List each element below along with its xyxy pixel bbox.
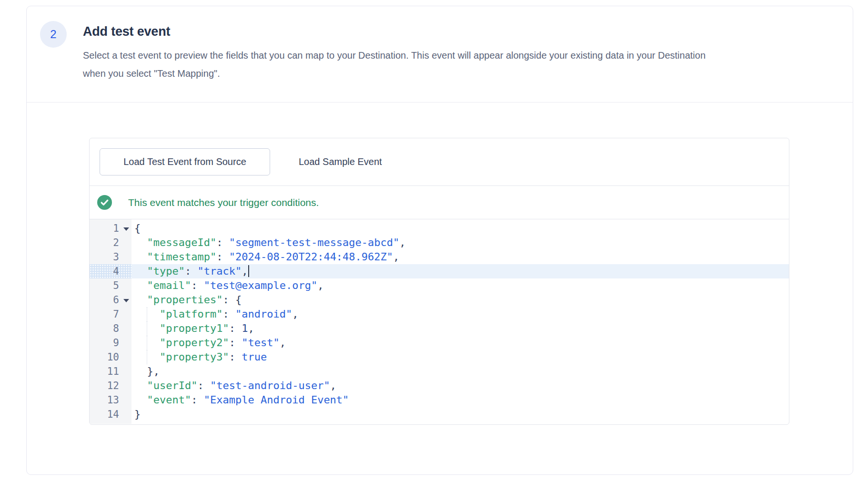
code-token: , xyxy=(393,251,399,263)
trigger-match-status: This event matches your trigger conditio… xyxy=(90,185,789,219)
code-line[interactable]: "platform": "android", xyxy=(131,307,789,321)
success-check-icon xyxy=(97,195,112,210)
code-line[interactable]: } xyxy=(131,407,789,422)
gutter-line: 2 xyxy=(90,236,131,250)
code-token: "segment-test-message-abcd" xyxy=(229,237,400,248)
code-token: : xyxy=(191,279,204,291)
gutter-line: 12 xyxy=(90,379,131,393)
load-sample-event-button[interactable]: Load Sample Event xyxy=(284,148,396,175)
code-line[interactable]: "properties": { xyxy=(131,293,789,307)
line-number: 12 xyxy=(107,380,119,391)
code-token: }, xyxy=(147,365,160,377)
line-number: 14 xyxy=(107,409,119,420)
code-token: : { xyxy=(222,294,242,306)
step-description: Select a test event to preview the field… xyxy=(83,46,719,82)
code-line[interactable]: "event": "Example Android Event" xyxy=(131,393,789,407)
code-line[interactable]: "email": "test@example.org", xyxy=(131,278,789,293)
gutter-line: 13 xyxy=(90,393,131,407)
code-token: : xyxy=(216,237,229,248)
trigger-match-message: This event matches your trigger conditio… xyxy=(128,197,319,208)
line-number: 11 xyxy=(107,366,119,377)
code-line[interactable]: "messageId": "segment-test-message-abcd"… xyxy=(131,236,789,250)
page: 2 Add test event Select a test event to … xyxy=(0,0,868,494)
code-token xyxy=(134,394,147,406)
code-token: "timestamp" xyxy=(147,251,217,263)
code-line[interactable]: "property3": true xyxy=(131,350,789,364)
code-token: , xyxy=(292,308,298,320)
line-number: 1 xyxy=(113,223,119,234)
test-event-panel: Load Test Event from Source Load Sample … xyxy=(89,138,789,425)
step-number-badge: 2 xyxy=(40,21,67,48)
line-number: 13 xyxy=(107,394,119,406)
gutter-line: 5 xyxy=(90,278,131,293)
code-token: , xyxy=(248,322,254,334)
code-line[interactable]: }, xyxy=(131,364,789,379)
gutter-line: 6 xyxy=(90,293,131,307)
header-divider xyxy=(27,102,853,103)
code-token: , xyxy=(317,279,323,291)
json-editor[interactable]: 1234567891011121314 { "messageId": "segm… xyxy=(90,219,789,424)
gutter-line: 4 xyxy=(90,264,131,278)
add-test-event-card: 2 Add test event Select a test event to … xyxy=(26,6,853,475)
code-line[interactable]: { xyxy=(131,221,789,236)
code-token: "event" xyxy=(147,394,192,406)
code-token: "messageId" xyxy=(147,237,217,248)
code-token xyxy=(134,237,147,248)
code-token: "property1" xyxy=(160,322,229,334)
line-number: 7 xyxy=(113,309,119,320)
event-toolbar: Load Test Event from Source Load Sample … xyxy=(90,138,789,185)
code-token xyxy=(134,365,147,377)
code-line[interactable]: "property2": "test", xyxy=(131,336,789,350)
gutter-line: 3 xyxy=(90,250,131,264)
indent-guide-line xyxy=(147,307,147,321)
indent-guide-line xyxy=(147,350,147,364)
code-token: : xyxy=(191,394,204,406)
code-token xyxy=(134,251,147,263)
line-number: 5 xyxy=(113,280,119,291)
gutter-line: 7 xyxy=(90,307,131,321)
line-number: 8 xyxy=(113,323,119,334)
code-token: "userId" xyxy=(147,380,198,391)
code-token: "test@example.org" xyxy=(204,279,317,291)
code-token: , xyxy=(399,237,405,248)
editor-gutter: 1234567891011121314 xyxy=(90,219,131,424)
fold-chevron-down-icon[interactable] xyxy=(123,227,129,231)
code-token: "track" xyxy=(197,265,242,277)
code-token: : xyxy=(185,265,198,277)
code-line[interactable]: "property1": 1, xyxy=(131,321,789,336)
gutter-line: 11 xyxy=(90,364,131,379)
line-number: 4 xyxy=(113,266,119,277)
page-title: Add test event xyxy=(83,24,170,39)
code-token: } xyxy=(134,408,141,420)
code-token: , xyxy=(242,265,248,277)
code-token: "type" xyxy=(147,265,185,277)
code-token xyxy=(134,279,147,291)
fold-chevron-down-icon[interactable] xyxy=(123,299,129,302)
code-token: "android" xyxy=(235,308,292,320)
code-token: : xyxy=(229,337,242,349)
step-number: 2 xyxy=(50,28,56,41)
code-line[interactable]: "type": "track", xyxy=(131,264,789,278)
text-cursor xyxy=(248,265,249,277)
code-token: true xyxy=(242,351,267,363)
code-token: "test" xyxy=(242,337,279,349)
code-line[interactable]: "userId": "test-android-user", xyxy=(131,379,789,393)
code-token: , xyxy=(280,337,286,349)
code-token xyxy=(134,380,147,391)
load-test-event-button[interactable]: Load Test Event from Source xyxy=(100,148,270,175)
code-line[interactable]: "timestamp": "2024-08-20T22:44:48.962Z", xyxy=(131,250,789,264)
indent-guide-line xyxy=(147,336,147,350)
gutter-line: 9 xyxy=(90,336,131,350)
indent-guide-line xyxy=(147,321,147,336)
code-token: "test-android-user" xyxy=(210,380,330,391)
line-number: 9 xyxy=(113,337,119,349)
editor-code[interactable]: { "messageId": "segment-test-message-abc… xyxy=(131,219,789,424)
code-token: : xyxy=(229,322,242,334)
code-token: "Example Android Event" xyxy=(204,394,349,406)
code-token: "property2" xyxy=(160,337,229,349)
gutter-line: 8 xyxy=(90,321,131,336)
code-token xyxy=(134,265,147,277)
code-token: "email" xyxy=(147,279,192,291)
gutter-line: 10 xyxy=(90,350,131,364)
code-token: "property3" xyxy=(160,351,229,363)
